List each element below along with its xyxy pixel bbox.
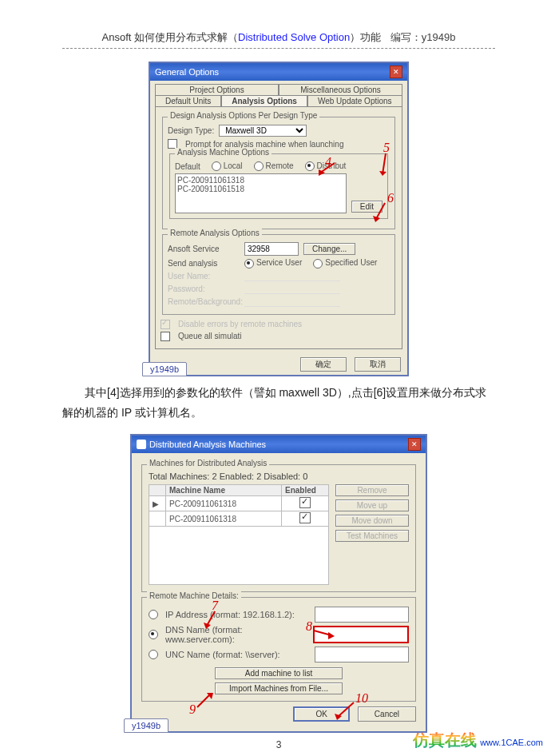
unc-input[interactable] [315, 647, 409, 662]
ok-button[interactable]: OK [293, 706, 349, 722]
radio-local[interactable] [212, 161, 221, 171]
analysis-machine-options-group: Analysis Machine Options Default Local R… [169, 153, 388, 219]
enabled-checkbox[interactable] [299, 512, 311, 523]
radio-unc[interactable] [149, 650, 158, 659]
design-type-label: Design Type: [168, 126, 214, 135]
tab-row-1: Project Options Miscellaneous Options [155, 84, 402, 95]
callout-10: 10 [355, 691, 368, 706]
divider [62, 48, 495, 49]
machines-table[interactable]: Machine NameEnabled ▶PC-200911061318 PC-… [149, 484, 329, 585]
add-machine-button[interactable]: Add machine to list [215, 667, 343, 679]
distributed-machines-dialog: Distributed Analysis Machines ✕ Machines… [130, 434, 427, 733]
queue-checkbox[interactable] [161, 332, 170, 341]
tab-default-units[interactable]: Default Units [155, 95, 221, 106]
dialog-title: General Options [155, 67, 219, 77]
tab-analysis-options[interactable]: Analysis Options [221, 95, 307, 106]
table-row: ▶PC-200911061318 [149, 496, 329, 511]
body-paragraph: 其中[4]选择用到的参数化的软件（譬如 maxwell 3D）,点击[6]设置用… [62, 383, 495, 423]
callout-6: 6 [387, 191, 394, 205]
machines-listbox[interactable]: PC-200911061318 PC-200911061518 [175, 173, 347, 213]
machines-group: Machines for Distributed Analysis Total … [141, 464, 416, 592]
radio-remote[interactable] [254, 161, 264, 171]
edit-button[interactable]: Edit [351, 201, 383, 213]
tab-panel: Design Analysis Options Per Design Type … [155, 106, 402, 349]
tab-project-options[interactable]: Project Options [155, 84, 279, 95]
radio-service-user[interactable] [244, 259, 254, 269]
callout-5: 5 [383, 141, 390, 155]
side-buttons: Remove Move up Move down Test Machines [335, 484, 409, 585]
callout-7: 7 [212, 599, 218, 613]
cancel-button[interactable]: Cancel [358, 706, 416, 722]
test-button[interactable]: Test Machines [335, 530, 409, 542]
dialog-buttons: 确定 取消 [150, 354, 407, 375]
import-machines-button[interactable]: Import Machines from File... [215, 682, 343, 694]
watermark: y1949b [124, 718, 168, 733]
change-button[interactable]: Change... [303, 243, 355, 255]
remote-analysis-options-group: Remote Analysis Options Ansoft ServiceCh… [162, 234, 395, 314]
callout-8: 8 [306, 619, 312, 634]
callout-9: 9 [189, 702, 196, 717]
tab-webupdate-options[interactable]: Web Update Options [307, 95, 402, 106]
close-icon[interactable]: ✕ [390, 66, 402, 78]
moveup-button[interactable]: Move up [335, 499, 409, 511]
dso-highlight: Distributed Solve Option [238, 31, 350, 43]
titlebar[interactable]: General Options ✕ [150, 63, 407, 81]
close-icon[interactable]: ✕ [408, 438, 421, 451]
general-options-dialog: General Options ✕ Project Options Miscel… [149, 62, 409, 376]
titlebar[interactable]: Distributed Analysis Machines ✕ [132, 436, 426, 453]
port-input[interactable] [244, 242, 299, 256]
tab-row-2: Default Units Analysis Options Web Updat… [155, 95, 402, 106]
watermark: y1949b [142, 362, 187, 376]
design-analysis-group: Design Analysis Options Per Design Type … [162, 117, 395, 229]
radio-distribut[interactable] [305, 161, 315, 171]
enabled-checkbox[interactable] [299, 497, 311, 508]
tab-misc-options[interactable]: Miscellaneous Options [279, 84, 402, 95]
remote-machine-details-group: Remote Machine Details: IP Address (form… [141, 597, 416, 702]
callout-4: 4 [325, 155, 331, 169]
dns-input[interactable] [313, 626, 409, 643]
remove-button[interactable]: Remove [335, 484, 409, 496]
radio-ip[interactable] [149, 610, 158, 619]
page-header: Ansoft 如何使用分布式求解（Distributed Solve Optio… [62, 30, 495, 45]
cancel-button[interactable]: 取消 [355, 357, 401, 372]
ip-input[interactable] [315, 607, 409, 623]
radio-dns[interactable] [149, 630, 158, 639]
totals-label: Total Machines: 2 Enabled: 2 Disabled: 0 [149, 472, 409, 481]
ok-button[interactable]: 确定 [300, 357, 347, 372]
radio-specified-user[interactable] [313, 259, 323, 269]
table-row: PC-200911061318 [149, 511, 329, 527]
footer-logo: 仿真在线 www.1CAE.com [413, 730, 543, 751]
dialog-title: Distributed Analysis Machines [149, 440, 266, 449]
app-icon [137, 440, 146, 449]
design-type-select[interactable]: Maxwell 3D [219, 125, 307, 137]
movedown-button[interactable]: Move down [335, 515, 409, 527]
